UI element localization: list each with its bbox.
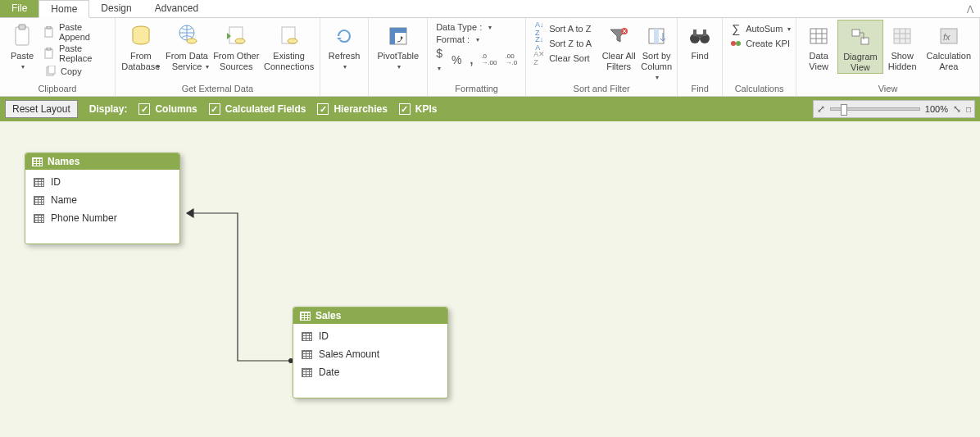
data-view-button[interactable]: Data View: [800, 20, 837, 72]
column-icon: [34, 214, 44, 223]
paste-append-button[interactable]: Paste Append: [41, 21, 111, 43]
kpi-icon: [729, 37, 742, 50]
sigma-icon: ∑: [729, 22, 742, 35]
zoom-control[interactable]: ⤢ 100% ⤡ □: [813, 100, 975, 118]
svg-rect-31: [894, 29, 910, 43]
table-icon: [300, 312, 311, 321]
zoom-extra-icon[interactable]: □: [966, 105, 971, 114]
increase-decimal-button[interactable]: .0→.00: [481, 53, 497, 66]
fit-to-screen-icon[interactable]: ⤢: [817, 103, 825, 115]
column-item[interactable]: Phone Number: [25, 209, 179, 227]
sort-column-icon: [647, 23, 666, 49]
tab-home[interactable]: Home: [39, 0, 89, 18]
svg-text:fx: fx: [943, 32, 951, 42]
clipboard-icon: [12, 23, 32, 49]
tab-design[interactable]: Design: [89, 0, 143, 17]
column-item[interactable]: Date: [293, 363, 447, 381]
sort-za-icon: Z↓A: [533, 37, 546, 50]
svg-point-10: [187, 39, 197, 43]
svg-rect-7: [48, 66, 55, 74]
from-data-service-button[interactable]: From Data Service▾: [163, 20, 211, 72]
diagram-view-button[interactable]: Diagram View: [837, 20, 883, 74]
create-kpi-button[interactable]: Create KPI: [726, 36, 794, 51]
from-other-sources-button[interactable]: From Other Sources: [211, 20, 261, 72]
ribbon: Paste ▾ Paste Append Paste Replace Copy …: [0, 18, 980, 97]
clear-all-filters-button[interactable]: Clear All Filters: [600, 20, 637, 72]
group-label-getdata: Get External Data: [119, 84, 316, 96]
svg-rect-2: [45, 28, 52, 37]
table-sales[interactable]: Sales ID Sales Amount Date: [293, 307, 448, 398]
show-hidden-icon: [892, 23, 912, 49]
group-label-formatting: Formatting: [431, 84, 522, 96]
table-title: Sales: [315, 310, 341, 321]
svg-point-12: [235, 39, 245, 43]
zoom-actual-icon[interactable]: ⤡: [953, 103, 961, 115]
existing-connections-button[interactable]: Existing Connections: [261, 20, 316, 72]
toggle-calculated-fields[interactable]: ✓Calculated Fields: [209, 103, 306, 115]
svg-rect-1: [19, 25, 25, 30]
comma-format-button[interactable]: ,: [470, 53, 473, 66]
column-item[interactable]: Sales Amount: [293, 345, 447, 363]
funnel-clear-icon: [608, 23, 629, 49]
paste-button[interactable]: Paste ▾: [3, 20, 41, 71]
group-label-view: View: [800, 84, 976, 96]
sort-za-button[interactable]: Z↓ASort Z to A: [529, 36, 600, 51]
column-icon: [302, 368, 312, 377]
svg-rect-3: [47, 26, 51, 29]
sort-by-column-button[interactable]: Sort by Column▾: [637, 20, 675, 81]
pivottable-button[interactable]: PivotTable▾: [372, 20, 424, 71]
pivottable-icon: [388, 23, 409, 49]
autosum-button[interactable]: ∑AutoSum▾: [726, 21, 794, 36]
refresh-icon: [333, 23, 355, 49]
column-icon: [302, 350, 312, 359]
tab-advanced[interactable]: Advanced: [143, 0, 210, 17]
currency-format-button[interactable]: $ ▾: [436, 47, 443, 73]
svg-point-14: [288, 39, 297, 43]
paste-replace-icon: [44, 47, 56, 60]
toggle-columns[interactable]: ✓Columns: [138, 103, 197, 115]
column-icon: [34, 178, 44, 187]
table-names[interactable]: Names ID Name Phone Number: [25, 152, 180, 244]
group-label-sort: Sort and Filter: [529, 84, 674, 96]
svg-rect-25: [696, 34, 703, 37]
clear-sort-button[interactable]: A✕ZClear Sort: [529, 51, 600, 66]
show-hidden-button[interactable]: Show Hidden: [883, 20, 922, 72]
display-label: Display:: [89, 103, 128, 115]
from-database-button[interactable]: From Database▾: [119, 20, 163, 72]
fx-icon: fx: [939, 23, 959, 49]
decrease-decimal-button[interactable]: .00→.0: [505, 53, 517, 66]
tab-file[interactable]: File: [0, 0, 39, 17]
data-service-icon: [175, 23, 198, 49]
svg-rect-23: [693, 30, 696, 36]
copy-icon: [44, 65, 57, 78]
database-icon: [130, 23, 152, 49]
clear-sort-icon: A✕Z: [533, 52, 546, 65]
calculation-area-button[interactable]: fx Calculation Area: [922, 20, 976, 72]
percent-format-button[interactable]: %: [451, 53, 461, 66]
svg-rect-17: [390, 28, 395, 44]
diagram-canvas[interactable]: Names ID Name Phone Number Sales ID Sale…: [0, 121, 980, 437]
svg-rect-30: [861, 38, 869, 44]
table-icon: [32, 157, 43, 166]
zoom-slider[interactable]: [830, 107, 920, 111]
column-item[interactable]: ID: [25, 173, 179, 191]
refresh-button[interactable]: Refresh▾: [324, 20, 365, 71]
diagram-view-icon: [851, 24, 870, 50]
copy-button[interactable]: Copy: [41, 64, 111, 79]
sort-az-button[interactable]: A↓ZSort A to Z: [529, 21, 600, 36]
data-type-dropdown[interactable]: Data Type :▾: [436, 22, 517, 32]
toggle-kpis[interactable]: ✓KPIs: [399, 103, 438, 115]
toggle-hierarchies[interactable]: ✓Hierarchies: [317, 103, 387, 115]
reset-layout-button[interactable]: Reset Layout: [5, 100, 78, 118]
paste-replace-button[interactable]: Paste Replace: [41, 43, 111, 64]
collapse-ribbon-icon[interactable]: ⋀: [960, 0, 980, 17]
column-icon: [302, 332, 312, 341]
format-dropdown[interactable]: Format :▾: [436, 34, 517, 44]
data-view-icon: [809, 23, 828, 49]
find-button[interactable]: Find: [681, 20, 719, 61]
svg-rect-4: [45, 49, 52, 58]
column-item[interactable]: ID: [293, 327, 447, 345]
binoculars-icon: [688, 23, 711, 49]
svg-rect-24: [703, 30, 706, 36]
column-item[interactable]: Name: [25, 191, 179, 209]
